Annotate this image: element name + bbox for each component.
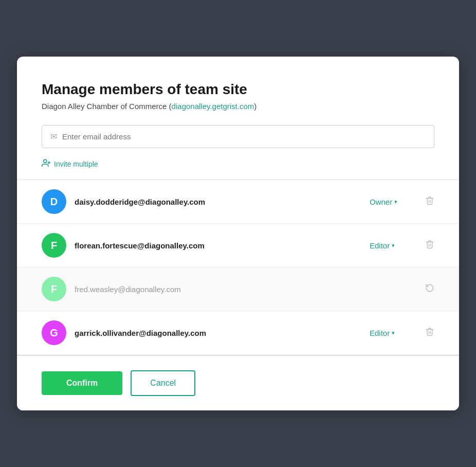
member-row: Ddaisy.dodderidge@diagonalley.comOwner▾ (17, 180, 459, 224)
member-row: Fflorean.fortescue@diagonalley.comEditor… (17, 224, 459, 267)
chevron-down-icon: ▾ (394, 199, 397, 205)
delete-icon[interactable] (425, 327, 434, 339)
role-label: Editor (370, 241, 390, 250)
cancel-button[interactable]: Cancel (131, 370, 195, 396)
subtitle-close: ) (254, 102, 257, 111)
invite-multiple-button[interactable]: Invite multiple (42, 158, 434, 169)
invite-multiple-icon (42, 158, 51, 169)
subtitle-text: Diagon Alley Chamber of Commerce ( (42, 102, 172, 111)
avatar: F (42, 277, 66, 301)
svg-point-0 (44, 159, 47, 163)
avatar: G (42, 320, 66, 345)
member-email: fred.weasley@diagonalley.com (75, 285, 361, 294)
modal-footer: Confirm Cancel (17, 355, 459, 410)
role-dropdown[interactable]: Editor▾ (370, 241, 411, 250)
role-label: Editor (370, 329, 390, 337)
chevron-down-icon: ▾ (392, 242, 395, 249)
modal-subtitle: Diagon Alley Chamber of Commerce (diagon… (42, 102, 434, 111)
role-label: Owner (370, 197, 392, 206)
member-row: Ffred.weasley@diagonalley.com (17, 267, 459, 311)
avatar: F (42, 233, 66, 258)
member-email: garrick.ollivander@diagonalley.com (75, 329, 361, 337)
invite-multiple-label: Invite multiple (54, 160, 98, 168)
role-dropdown[interactable]: Editor▾ (370, 329, 411, 337)
members-list: Ddaisy.dodderidge@diagonalley.comOwner▾F… (17, 180, 459, 355)
subtitle-link[interactable]: diagonalley.getgrist.com (172, 102, 254, 111)
modal-header: Manage members of team site Diagon Alley… (17, 57, 459, 125)
member-row: Ggarrick.ollivander@diagonalley.comEdito… (17, 311, 459, 355)
member-email: florean.fortescue@diagonalley.com (75, 241, 361, 250)
member-email: daisy.dodderidge@diagonalley.com (75, 197, 361, 206)
delete-icon[interactable] (425, 240, 434, 252)
role-dropdown[interactable]: Owner▾ (370, 197, 411, 206)
modal-dialog: Manage members of team site Diagon Alley… (17, 57, 459, 410)
restore-icon[interactable] (425, 283, 434, 295)
email-input[interactable] (62, 132, 426, 141)
chevron-down-icon: ▾ (392, 330, 395, 336)
avatar: D (42, 189, 66, 214)
modal-overlay: Manage members of team site Diagon Alley… (0, 0, 476, 467)
modal-title: Manage members of team site (42, 81, 434, 98)
confirm-button[interactable]: Confirm (42, 371, 122, 395)
email-input-container[interactable]: ✉ (42, 125, 434, 148)
delete-icon[interactable] (425, 196, 434, 208)
email-icon: ✉ (50, 132, 57, 141)
